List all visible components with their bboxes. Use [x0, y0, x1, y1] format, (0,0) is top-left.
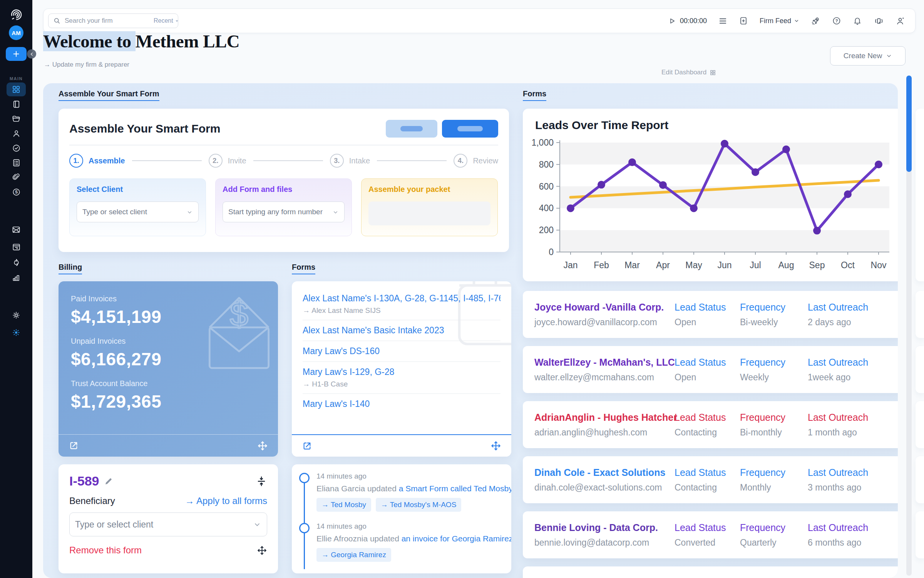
sidebar-section-label: MAIN	[0, 76, 32, 81]
screen-share-icon[interactable]	[874, 16, 884, 26]
client-select[interactable]: Type or select client	[77, 202, 199, 222]
leads-section-heading[interactable]: Forms	[523, 89, 546, 101]
sidebar-item-activity[interactable]	[7, 255, 26, 269]
step-invite[interactable]: 2.Invite	[209, 154, 246, 168]
step-assemble[interactable]: 1.Assemble	[69, 154, 125, 168]
activity-target-link[interactable]: an invoice for Georgia Ramirez	[402, 534, 511, 543]
activity-target-link[interactable]: a Smart Form called Ted Mosby's I-485	[399, 484, 511, 493]
collapse-form-icon[interactable]	[256, 476, 267, 487]
step-review[interactable]: 4.Review	[454, 154, 498, 168]
form-list-item[interactable]: Alex Last Name's I-130A, G-28, G-1145, I…	[303, 288, 500, 320]
svg-text:Jun: Jun	[717, 260, 732, 270]
smart-form-card-title: Assemble Your Smart Form	[69, 122, 220, 135]
lead-card[interactable]: AdrianAnglin - Hughes Hatcher Lead Statu…	[523, 401, 898, 448]
app-logo-icon	[9, 8, 23, 22]
edit-dashboard-button[interactable]: Edit Dashboard	[661, 69, 716, 76]
dashboard-grid-icon	[710, 69, 716, 76]
search-box[interactable]: Recent	[48, 13, 178, 28]
sidebar-item-files[interactable]	[7, 170, 26, 184]
lead-card[interactable]: WalterEllzey - McMahan's, LLC Lead Statu…	[523, 346, 898, 393]
sidebar-item-forms[interactable]	[7, 156, 26, 170]
account-icon[interactable]	[896, 16, 905, 26]
sidebar-item-mail[interactable]	[7, 223, 26, 237]
folder-icon	[12, 114, 21, 123]
collapse-sidebar-button[interactable]	[27, 49, 36, 59]
lead-card[interactable]: Dinah Cole - Exact Solutions Lead Status…	[523, 456, 898, 503]
recent-dropdown[interactable]: Recent	[154, 17, 179, 24]
form-list-item[interactable]: Mary Law's DS-160	[303, 341, 500, 362]
scrollbar-track[interactable]	[906, 76, 912, 576]
form-list-item[interactable]: Mary Law's I-129, G-28 → H1-B Case	[303, 362, 500, 394]
sidebar-item-cases[interactable]	[7, 112, 26, 126]
chevron-down-icon	[794, 18, 799, 24]
form-list-item[interactable]: Mary Law's I-140	[303, 394, 500, 414]
activity-tag[interactable]: → Ted Mosby	[316, 498, 371, 512]
skeleton-button-secondary[interactable]	[386, 120, 437, 138]
edit-pencil-icon[interactable]	[104, 477, 113, 486]
search-input[interactable]	[65, 17, 150, 25]
sidebar-item-reports[interactable]	[7, 271, 26, 284]
select-client-title: Select Client	[77, 185, 199, 194]
gear-icon	[12, 311, 21, 320]
avatar[interactable]: AM	[9, 25, 23, 40]
lead-card[interactable]: Joyce Howard -Vanilla Corp. Lead Status …	[523, 291, 898, 338]
packet-placeholder	[368, 202, 490, 225]
billing-section-heading[interactable]: Billing	[59, 263, 82, 274]
leads-report-card: Leads Over Time Report 02004006008001,00…	[523, 109, 898, 281]
forms-card: Alex Last Name's I-130A, G-28, G-1145, I…	[292, 281, 511, 457]
svg-text:400: 400	[539, 203, 554, 213]
peek-card	[916, 401, 924, 448]
peek-card	[916, 109, 924, 281]
sidebar-item-billing[interactable]: S	[7, 185, 26, 199]
rocket-icon[interactable]	[811, 16, 820, 26]
scrollbar-thumb[interactable]	[906, 76, 912, 172]
forms-section-heading[interactable]: Forms	[292, 263, 315, 274]
svg-text:0: 0	[549, 247, 554, 257]
add-new-button[interactable]	[6, 47, 27, 61]
sidebar-item-dashboard[interactable]	[7, 82, 26, 96]
move-widget-handle-icon[interactable]	[257, 440, 268, 451]
firm-feed-dropdown[interactable]: Firm Feed	[760, 17, 799, 25]
create-new-button[interactable]: Create New	[830, 46, 906, 66]
svg-text:200: 200	[539, 225, 554, 235]
update-firm-link[interactable]: → Update my firm & preparer	[44, 61, 129, 69]
sidebar-item-tasks[interactable]	[7, 141, 26, 155]
remove-form-link[interactable]: Remove this form	[69, 545, 142, 556]
smart-form-section-heading[interactable]: Assemble Your Smart Form	[59, 89, 159, 101]
billing-stat: Trust Account Balance $1,729,365	[71, 379, 161, 412]
beneficiary-select[interactable]: Type or select client	[69, 512, 267, 536]
chevron-down-icon	[886, 53, 892, 59]
form-list-item[interactable]: Alex Last Name's Basic Intake 2023	[303, 320, 500, 341]
svg-text:Mar: Mar	[624, 260, 640, 270]
add-box-icon[interactable]	[739, 16, 748, 25]
open-billing-link-icon[interactable]	[69, 440, 79, 451]
billing-card: $ Paid Invoices $4,151,199 Unpaid Invoic…	[59, 281, 278, 457]
peek-card	[916, 291, 924, 338]
mail-icon	[12, 225, 21, 234]
bell-icon[interactable]	[853, 16, 862, 25]
activity-tag[interactable]: → Georgia Ramirez	[316, 548, 391, 562]
task-list-icon[interactable]	[718, 17, 727, 25]
sidebar-item-contacts[interactable]	[7, 126, 26, 140]
add-form-title: Add Form and files	[223, 185, 345, 194]
peek-card	[916, 346, 924, 393]
activity-tag[interactable]: → Ted Mosby's M-AOS	[376, 498, 462, 512]
form-number-select[interactable]: Start typing any form number	[223, 202, 345, 222]
lead-card[interactable]: Bennie Loving - Data Corp. Lead Status F…	[523, 511, 898, 558]
move-widget-handle-icon[interactable]	[490, 440, 501, 451]
step-intake[interactable]: 3.Intake	[330, 154, 370, 168]
sidebar-item-notebook[interactable]	[7, 97, 26, 111]
notebook-icon	[12, 100, 21, 109]
apply-all-forms-link[interactable]: → Apply to all forms	[185, 496, 267, 506]
help-icon[interactable]: ?	[832, 16, 841, 25]
svg-text:Sep: Sep	[809, 260, 825, 270]
timer[interactable]: 00:00:00	[668, 17, 707, 25]
open-forms-link-icon[interactable]	[302, 441, 312, 451]
sidebar-item-settings[interactable]	[7, 308, 26, 322]
chevron-down-icon	[253, 520, 261, 529]
skeleton-button-primary[interactable]	[442, 120, 498, 138]
sidebar-item-theme[interactable]	[7, 326, 26, 339]
sidebar-item-calendar[interactable]	[7, 240, 26, 254]
play-icon	[668, 17, 676, 25]
move-widget-handle-icon[interactable]	[257, 545, 267, 556]
